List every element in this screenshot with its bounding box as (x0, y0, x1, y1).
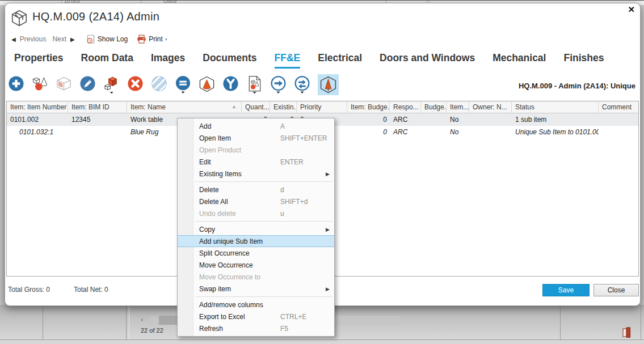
previous-arrow-icon[interactable]: ◀ (11, 36, 16, 43)
next-arrow-icon[interactable]: ▶ (70, 36, 75, 43)
previous-button[interactable]: Previous (20, 35, 47, 43)
tab-mechanical[interactable]: Mechanical (493, 52, 546, 69)
tab-room-data[interactable]: Room Data (81, 52, 133, 69)
menu-item-undo-delete: Undo delete u (178, 207, 334, 219)
menu-item-export-to-excel[interactable]: Export to Excel CTRL+E (178, 311, 334, 322)
tab-electrical[interactable]: Electrical (318, 52, 362, 69)
col-responsible[interactable]: Respo... (390, 101, 421, 113)
table-header-row: Item: Item Number Item: BIM ID Item: Nam… (7, 101, 638, 113)
next-button[interactable]: Next (52, 35, 66, 43)
col-priority[interactable]: Priority (297, 101, 347, 113)
col-owner[interactable]: Owner: N... (469, 101, 512, 113)
menu-item-add[interactable]: Add A (178, 120, 334, 132)
disabled-placeholder-icon (151, 75, 167, 95)
menu-item-add-remove-columns[interactable]: Add/remove columns (178, 299, 334, 311)
tab-images[interactable]: Images (151, 52, 185, 69)
dialog-title: HQ.M.009 (2A14) Admin (32, 10, 159, 23)
menu-item-swap-item[interactable]: Swap item ▶ (178, 283, 334, 295)
col-quantity[interactable]: Quant... (242, 101, 270, 113)
dialog-toolbar-row: ◀ Previous Next ▶ Show Log Print (9, 35, 167, 44)
close-button[interactable]: Close (594, 284, 639, 296)
ffe-toolbar (8, 75, 339, 98)
submenu-arrow-icon: ▶ (326, 227, 330, 232)
record-count: 22 of 22 (141, 327, 163, 334)
col-item[interactable]: Item... (447, 101, 469, 113)
print-caret-icon[interactable]: ▾ (165, 37, 167, 42)
menu-item-delete-all[interactable]: Delete All SHIFT+d (178, 196, 334, 207)
col-existing[interactable]: Existin... (270, 101, 297, 113)
set-quantity-icon[interactable] (175, 75, 191, 95)
menu-separator (195, 221, 332, 222)
show-log-button[interactable]: Show Log (86, 35, 128, 44)
tab-finishes[interactable]: Finishes (563, 52, 604, 69)
occurrence-icon[interactable] (199, 75, 215, 95)
screen: 10.003 Office ‹ 22 of 22 ✕ HQ.M.009 (0, 0, 644, 344)
print-button[interactable]: Print ▾ (137, 35, 167, 44)
swap-icon[interactable] (294, 75, 310, 95)
print-icon (137, 35, 146, 44)
menu-item-move-occurrence-to: Move Occurrence to (178, 271, 334, 283)
delete-icon[interactable] (127, 75, 144, 95)
menu-item-add-unique-sub-item[interactable]: Add unique Sub Item (178, 235, 334, 247)
tab-properties[interactable]: Properties (14, 52, 64, 69)
items-icon[interactable] (32, 75, 48, 95)
add-sub-item-icon[interactable] (103, 75, 120, 95)
add-icon[interactable] (8, 75, 24, 95)
menu-item-edit[interactable]: Edit ENTER (178, 156, 334, 168)
menu-item-split-occurrence[interactable]: Split Occurrence (178, 247, 334, 259)
col-status[interactable]: Status (512, 101, 599, 113)
menu-separator (195, 181, 332, 182)
close-icon[interactable]: ✕ (628, 5, 635, 15)
tab-doors-and-windows[interactable]: Doors and Windows (380, 52, 475, 69)
totals-bar: Total Gross: 0 Total Net: 0 (8, 286, 108, 294)
move-icon[interactable] (270, 75, 287, 95)
col-budget2[interactable]: Budge... (421, 101, 447, 113)
scroll-left-icon[interactable]: ‹ (141, 315, 143, 324)
submenu-arrow-icon: ▶ (326, 286, 330, 292)
save-button[interactable]: Save (542, 284, 590, 296)
col-budget[interactable]: Item: Budge... (347, 101, 390, 113)
tab-bar: Properties Room Data Images Documents FF… (14, 52, 604, 69)
menu-separator (195, 296, 332, 297)
col-item-number[interactable]: Item: Item Number (7, 101, 68, 113)
menu-item-open-product: Open Product (178, 144, 334, 156)
context-menu: Add A Open Item SHIFT+ENTER Open Product… (177, 118, 335, 337)
door-icon (622, 326, 632, 340)
menu-item-open-item[interactable]: Open Item SHIFT+ENTER (178, 132, 334, 144)
unique-occurrence-icon[interactable] (318, 74, 339, 95)
tab-ffe[interactable]: FF&E (275, 52, 301, 69)
col-comment[interactable]: Comment (599, 101, 638, 113)
edit-icon[interactable] (79, 75, 96, 95)
product-icon[interactable] (56, 75, 72, 95)
tab-documents[interactable]: Documents (203, 52, 256, 69)
total-net: Total Net: 0 (74, 286, 108, 294)
context-caption: HQ.M.009 - Admin (2A14): Unique (519, 82, 635, 90)
submenu-arrow-icon: ▶ (326, 171, 330, 177)
sort-ascending-icon: ▲ (231, 104, 237, 109)
col-name[interactable]: Item: Name ▲ (127, 101, 242, 113)
log-clock-icon (86, 35, 95, 44)
menu-item-refresh[interactable]: Refresh F5 (178, 322, 334, 334)
split-icon[interactable] (222, 75, 239, 95)
menu-item-delete[interactable]: Delete d (178, 184, 334, 196)
total-gross: Total Gross: 0 (8, 286, 50, 294)
menu-item-move-occurrence[interactable]: Move Occurrence (178, 259, 334, 271)
item-report-icon[interactable] (246, 75, 263, 95)
menu-item-existing-items[interactable]: Existing Items ▶ (178, 168, 334, 180)
menu-item-copy[interactable]: Copy ▶ (178, 223, 334, 235)
col-bim-id[interactable]: Item: BIM ID (68, 101, 127, 113)
drofus-logo-icon (10, 9, 28, 29)
